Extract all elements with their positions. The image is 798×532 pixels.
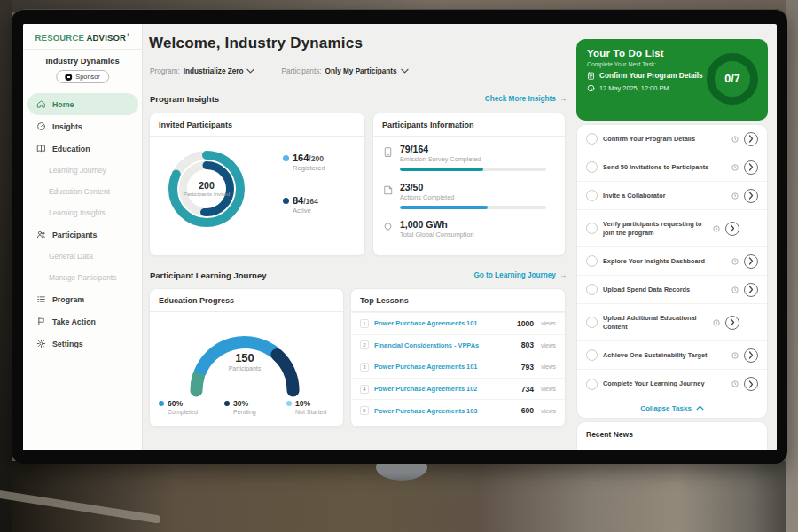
lesson-views-label: views [541,408,556,414]
sidebar-item-education-content[interactable]: Education Content [23,181,143,202]
lesson-link[interactable]: Power Purchase Agreements 101 [374,319,512,327]
active-label: Active [293,207,363,215]
task-open-button[interactable] [744,132,758,146]
sponsor-badge[interactable]: Sponsor [56,70,109,83]
task-checkbox[interactable] [586,379,598,390]
lesson-link[interactable]: Power Purchase Agreements 101 [374,363,516,371]
insights-icon [36,121,46,131]
legend-dot-pending [224,401,230,406]
lesson-views: 1000 [517,319,534,328]
task-row-complete-learning-journey[interactable]: Complete Your Learning Journey [577,370,767,398]
task-row-invite-collaborator[interactable]: Invite a Collaborator [577,182,767,210]
task-open-button[interactable] [744,160,758,175]
task-checkbox[interactable] [586,190,598,201]
task-row-send-invitations[interactable]: Send 50 Invitations to Participants [577,153,767,182]
task-open-button[interactable] [744,189,758,203]
participants-information-card: Participants Information 79/164 Emission… [372,113,566,256]
sidebar-item-learning-insights[interactable]: Learning Insights [23,202,143,223]
gear-icon [36,339,46,348]
task-checkbox[interactable] [586,349,598,361]
sidebar-item-manage-participants[interactable]: Manage Participants [23,267,143,288]
task-checkbox[interactable] [586,133,598,145]
emission-survey-label: Emission Survey Completed [400,155,546,163]
task-checkbox[interactable] [586,255,598,267]
filter-bar: Program: Industrialize Zero Participants… [150,67,409,75]
recent-news-heading: Recent News [586,430,758,439]
screen: RESOURCE ADVISOR+ Industry Dynamics Spon… [23,24,777,450]
emission-survey-value: 79/164 [400,144,546,154]
task-label: Invite a Collaborator [603,192,726,200]
task-row-upload-educational-content[interactable]: Upload Additional Educational Content [577,304,767,341]
sidebar-item-label: Manage Participants [49,273,116,282]
task-checkbox[interactable] [586,161,598,173]
lesson-row[interactable]: 1 Power Purchase Agreements 101 1000 vie… [351,312,565,334]
sidebar-item-education[interactable]: Education [23,137,143,160]
sidebar-item-take-action[interactable]: Take Action [23,310,143,332]
registered-total: /200 [309,154,324,163]
sidebar-divider [23,49,143,50]
collapse-tasks-link[interactable]: Collapse Tasks [577,398,767,418]
home-icon [36,99,46,109]
sidebar-item-participants[interactable]: Participants [23,223,143,246]
participants-select[interactable]: Participants: Only My Participants [281,67,408,75]
app-logo: RESOURCE ADVISOR+ [23,32,142,43]
organization-name: Industry Dynamics [23,57,142,66]
go-to-learning-journey-link[interactable]: Go to Learning Journey → [473,271,567,279]
participants-select-value: Only My Participants [325,67,397,75]
lesson-link[interactable]: Power Purchase Agreements 102 [374,385,516,393]
program-select-label: Program: [150,67,180,75]
go-to-learning-journey-label: Go to Learning Journey [473,271,555,279]
not-started-label: Not Started [295,409,340,415]
check-more-insights-link[interactable]: Check More Insights → [485,95,567,103]
sidebar-item-learning-journey[interactable]: Learning Journey [23,160,143,181]
active-count: 84 [293,195,303,206]
todo-progress-count: 0/7 [724,73,739,85]
gauge-participants-label: Participants [169,365,320,372]
backdrop-right [786,0,798,532]
sidebar-item-general-data[interactable]: General Data [23,246,143,267]
task-open-button[interactable] [744,283,758,297]
sidebar-item-label: Home [52,100,74,109]
actions-completed-progress-fill [400,206,488,209]
stat-emission-survey: 79/164 Emission Survey Completed [382,144,558,171]
lesson-link[interactable]: Power Purchase Agreements 103 [374,407,516,415]
task-open-button[interactable] [744,377,758,391]
task-open-button[interactable] [744,254,758,269]
task-row-achieve-sustainability-target[interactable]: Achieve One Sustainability Target [577,341,767,370]
lesson-rank: 2 [360,340,369,349]
sidebar-item-settings[interactable]: Settings [23,332,143,355]
actions-completed-label: Actions Completed [400,193,546,201]
sidebar-item-program[interactable]: Program [23,288,143,310]
lesson-link[interactable]: Financial Considerations - VPPAs [374,341,516,349]
lesson-row[interactable]: 4 Power Purchase Agreements 102 734 view… [351,378,565,400]
donut-center-label: 200 Participants Invited [160,143,253,235]
lesson-row[interactable]: 2 Financial Considerations - VPPAs 803 v… [351,334,565,356]
sidebar-item-home[interactable]: Home [27,93,138,115]
stat-actions-completed: 23/50 Actions Completed [382,182,558,209]
task-checkbox[interactable] [586,284,598,295]
logo-plus: + [126,32,129,38]
task-row-upload-spend-data[interactable]: Upload Spend Data Records [577,276,767,304]
task-checkbox[interactable] [586,223,598,234]
sidebar-item-insights[interactable]: Insights [23,115,143,137]
emission-survey-progressbar [400,168,546,171]
todo-summary-card: Your To Do List Complete Your Next Task:… [576,39,768,121]
lesson-views-label: views [541,342,556,348]
clock-icon [713,225,720,232]
task-open-button[interactable] [725,316,739,330]
gauge-legend: 60% Completed 30% Pending 10% Not Starte… [159,399,340,415]
task-row-explore-insights[interactable]: Explore Your Insights Dashboard [577,247,767,276]
legend-pending: 30% Pending [224,399,286,415]
education-progress-title: Education Progress [150,289,343,312]
task-open-button[interactable] [725,222,739,236]
program-select[interactable]: Program: Industrialize Zero [150,67,254,75]
task-row-verify-participants[interactable]: Verify participants requesting to join t… [577,210,767,247]
task-open-button[interactable] [744,348,758,363]
task-checkbox[interactable] [586,317,598,328]
clock-icon [732,286,739,293]
task-row-confirm-program-details[interactable]: Confirm Your Program Details [577,125,767,153]
lesson-row[interactable]: 5 Power Purchase Agreements 103 600 view… [351,399,565,421]
lesson-row[interactable]: 3 Power Purchase Agreements 101 793 view… [351,356,565,378]
todo-due-date: 12 May 2025, 12:00 PM [599,84,669,92]
invited-participants-card: Invited Participants 200 Participants In… [149,113,365,256]
